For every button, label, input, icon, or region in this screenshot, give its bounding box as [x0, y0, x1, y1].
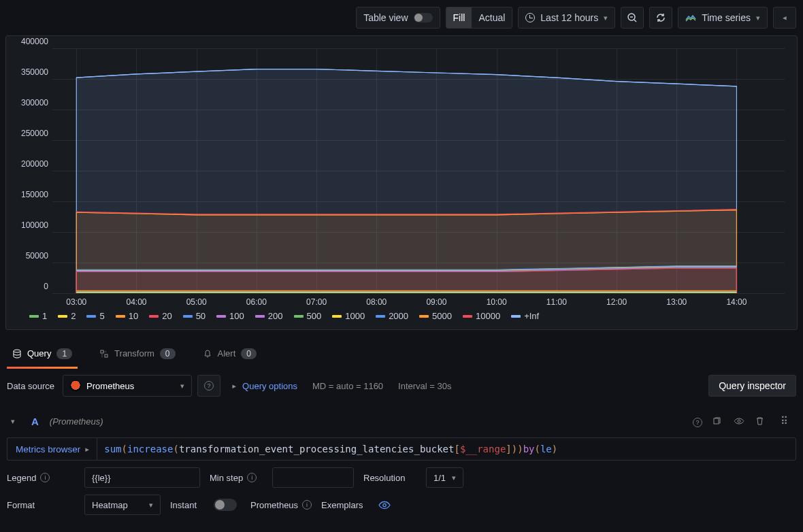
legend-item[interactable]: 500 [290, 311, 326, 321]
instant-toggle[interactable] [214, 499, 237, 511]
delete-query-icon[interactable] [755, 416, 770, 426]
instant-label: Instant [170, 500, 204, 510]
options-row-1: Legendi Min stepi Resolution 1/1▾ [7, 467, 796, 488]
zoom-out-button[interactable] [621, 7, 644, 29]
table-view-label: Table view [363, 12, 408, 23]
x-tick-label: 06:00 [246, 297, 267, 307]
help-icon: ? [204, 381, 214, 390]
svg-rect-5 [105, 354, 108, 357]
legend-item[interactable]: 2000 [372, 311, 412, 321]
chevron-down-icon: ▾ [756, 14, 760, 22]
chevron-right-icon[interactable]: ▾ [229, 384, 238, 388]
tab-alert-label: Alert [218, 348, 236, 359]
fill-actual-group: Fill Actual [446, 7, 513, 29]
tab-query[interactable]: Query 1 [7, 339, 78, 368]
x-tick-label: 12:00 [606, 297, 627, 307]
query-options-toggle[interactable]: Query options [242, 381, 297, 391]
legend-input[interactable] [84, 467, 200, 488]
x-tick-label: 05:00 [186, 297, 207, 307]
svg-point-8 [383, 503, 386, 506]
legend-item[interactable]: 5 [82, 311, 108, 321]
viz-type-picker[interactable]: Time series ▾ [678, 7, 768, 29]
query-expression-input[interactable]: sum(increase(transformation_event_proces… [97, 437, 796, 461]
legend-item[interactable]: 100 [212, 311, 248, 321]
svg-point-3 [14, 350, 20, 352]
legend-label: 2000 [389, 311, 408, 321]
metrics-browser-button[interactable]: Metrics browser ▾ [7, 437, 97, 461]
top-toolbar: Table view Fill Actual Last 12 hours ▾ T… [0, 0, 803, 35]
svg-rect-4 [101, 350, 103, 353]
table-view-switch[interactable] [414, 13, 433, 22]
y-tick-label: 100000 [10, 220, 48, 230]
legend-item[interactable]: 1000 [328, 311, 369, 321]
legend-item[interactable]: 20 [145, 311, 176, 321]
format-select[interactable]: Heatmap▾ [84, 495, 161, 515]
resolution-select[interactable]: 1/1▾ [426, 467, 463, 488]
table-view-toggle[interactable]: Table view [356, 7, 440, 29]
x-tick-label: 04:00 [126, 297, 146, 307]
tab-transform[interactable]: Transform 0 [94, 339, 180, 368]
exemplars-label: Exemplars [321, 500, 369, 510]
legend-item[interactable]: 2 [54, 311, 80, 321]
legend-label: 1000 [345, 311, 365, 321]
legend-item[interactable]: 10000 [459, 311, 504, 321]
legend-swatch [183, 315, 193, 318]
legend-item[interactable]: 1 [25, 311, 51, 321]
tab-transform-count: 0 [160, 348, 176, 359]
chevron-down-icon: ▾ [180, 382, 184, 390]
copy-query-icon[interactable] [712, 416, 727, 426]
datasource-help-button[interactable]: ? [197, 375, 220, 397]
exemplars-eye-icon[interactable] [378, 501, 391, 510]
info-icon[interactable]: i [40, 473, 50, 482]
legend-swatch [463, 315, 472, 318]
legend-item[interactable]: 5000 [415, 311, 456, 321]
x-tick-label: 07:00 [306, 297, 327, 307]
y-tick-label: 350000 [10, 67, 48, 77]
legend-swatch [149, 315, 159, 318]
query-header: ▾ A (Prometheus) ? ⠿ [7, 410, 796, 432]
tab-query-label: Query [27, 348, 51, 359]
info-icon[interactable]: i [302, 500, 312, 510]
y-tick-label: 250000 [10, 129, 48, 138]
resolution-label: Resolution [363, 473, 416, 483]
y-tick-label: 300000 [10, 98, 48, 107]
time-range-picker[interactable]: Last 12 hours ▾ [518, 7, 615, 29]
toggle-visibility-icon[interactable] [734, 417, 749, 425]
chart-area[interactable]: 03:0004:0005:0006:0007:0008:0009:0010:00… [6, 41, 797, 293]
query-help-icon[interactable]: ? [690, 415, 705, 427]
drag-handle-icon[interactable]: ⠿ [777, 415, 792, 427]
actual-button[interactable]: Actual [472, 7, 512, 28]
legend-label: +Inf [524, 311, 539, 321]
collapse-query-icon[interactable]: ▾ [11, 417, 15, 426]
datasource-row: Data source Prometheus ▾ ? ▾ Query optio… [0, 368, 803, 403]
tab-alert-count: 0 [241, 348, 257, 359]
min-step-input[interactable] [272, 467, 354, 488]
query-inspector-button[interactable]: Query inspector [708, 375, 796, 397]
legend-label: 200 [268, 311, 283, 321]
x-tick-label: 09:00 [426, 297, 446, 307]
legend-item[interactable]: 10 [112, 311, 142, 321]
datasource-select[interactable]: Prometheus ▾ [63, 375, 192, 397]
datasource-label: Data source [7, 381, 54, 391]
legend-item[interactable]: +Inf [507, 311, 543, 321]
tab-transform-label: Transform [114, 348, 154, 359]
prometheus-label: Prometheusi [250, 500, 312, 510]
options-row-2: Format Heatmap▾ Instant Prometheusi Exem… [7, 495, 796, 515]
query-letter: A [31, 416, 39, 427]
format-label: Format [7, 500, 75, 510]
info-icon[interactable]: i [247, 473, 257, 482]
tab-alert[interactable]: Alert 0 [197, 339, 262, 368]
svg-point-7 [738, 420, 740, 422]
legend-item[interactable]: 200 [251, 311, 287, 321]
legend-label: 100 [229, 311, 244, 321]
x-tick-label: 10:00 [487, 297, 507, 307]
fill-button[interactable]: Fill [446, 7, 472, 28]
refresh-button[interactable] [649, 7, 672, 29]
expression-row: Metrics browser ▾ sum(increase(transform… [7, 437, 796, 461]
viz-type-label: Time series [702, 12, 751, 23]
legend-swatch [511, 315, 521, 318]
collapse-options-button[interactable]: ▾ [773, 7, 796, 29]
timeseries-icon [685, 14, 696, 22]
legend-item[interactable]: 50 [179, 311, 210, 321]
legend-swatch [58, 315, 67, 318]
